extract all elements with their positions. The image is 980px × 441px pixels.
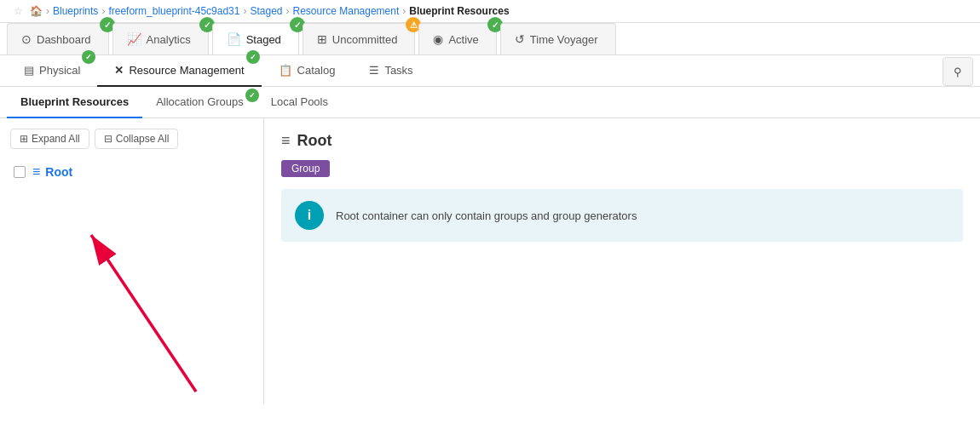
breadcrumb-sep: › [402,5,406,17]
expand-collapse-buttons: ⊞ Expand All ⊟ Collapse All [10,129,253,149]
dashboard-icon: ⊙ [21,32,32,46]
resource-check-badge: ✓ [246,50,260,64]
third-tabs-bar: Blueprint Resources ✓ Allocation Groups … [0,87,980,118]
catalog-icon: 📋 [279,64,292,77]
star-icon[interactable]: ☆ [14,5,23,17]
collapse-all-button[interactable]: ⊟ Collapse All [95,129,179,149]
breadcrumb-sep: › [243,5,246,17]
tab-local-pools-label: Local Pools [271,95,328,108]
tab-allocation-groups-label: Allocation Groups [156,95,244,108]
uncommitted-icon: ⊞ [317,32,327,46]
expand-all-button[interactable]: ⊞ Expand All [10,129,89,149]
info-icon: i [308,208,311,223]
breadcrumb-staged[interactable]: Staged [250,5,282,17]
root-panel-icon: ≡ [281,132,291,150]
analytics-icon: 📈 [127,32,141,46]
root-title: ≡ Root [281,132,963,150]
main-content: ⊞ Expand All ⊟ Collapse All ≡ Root ≡ [0,118,980,404]
root-checkbox[interactable] [14,166,26,178]
breadcrumb-sep: › [46,5,49,17]
tab-physical-label: Physical [39,64,80,77]
breadcrumb-sep: › [286,5,290,17]
tab-analytics[interactable]: ✓ 📈 Analytics [112,23,209,54]
breadcrumb-sep: › [101,5,105,17]
tab-resource-management[interactable]: ✓ ✕ Resource Management [97,55,261,87]
tasks-icon: ☰ [369,64,379,77]
breadcrumb-current: Blueprint Resources [409,5,509,17]
info-message: Root container can only contain groups a… [336,209,637,222]
info-box: i Root container can only contain groups… [281,189,963,242]
tab-dashboard-label: Dashboard [37,33,91,46]
active-icon: ◉ [433,32,443,46]
tab-blueprint-resources[interactable]: Blueprint Resources [7,87,142,118]
right-panel: ≡ Root Group i Root container can only c… [264,118,980,404]
expand-icon: ⊞ [20,133,28,145]
physical-icon: ▤ [24,64,34,77]
tree-root-row[interactable]: ≡ Root [10,159,253,185]
tab-active[interactable]: ✓ ◉ Active [418,23,496,54]
breadcrumb-blueprint-id[interactable]: freeform_blueprint-45c9ad31 [108,5,239,17]
root-tree-icon: ≡ [32,164,40,180]
tab-allocation-groups[interactable]: ✓ Allocation Groups [142,87,257,118]
tab-catalog-label: Catalog [297,64,336,77]
time-voyager-icon: ↺ [515,32,525,46]
tab-physical[interactable]: ✓ ▤ Physical [7,55,97,87]
info-icon-circle: i [295,201,324,230]
tab-dashboard[interactable]: ✓ ⊙ Dashboard [7,23,109,54]
tab-time-voyager[interactable]: ↺ Time Voyager [500,23,616,54]
top-tabs-bar: ✓ ⊙ Dashboard ✓ 📈 Analytics ✓ 📄 Staged ⚠… [0,23,980,55]
resource-mgmt-icon: ✕ [114,64,124,77]
physical-check-badge: ✓ [82,50,95,64]
tab-staged[interactable]: ✓ 📄 Staged [212,23,299,54]
tab-tasks[interactable]: ☰ Tasks [352,55,429,87]
tab-analytics-label: Analytics [147,33,191,46]
tab-uncommitted[interactable]: ⚠ ⊞ Uncommitted [303,23,416,54]
tab-local-pools[interactable]: Local Pools [257,87,342,118]
tab-blueprint-resources-label: Blueprint Resources [20,95,129,108]
filter-icon: ⚲ [954,66,962,78]
breadcrumb-resource-management[interactable]: Resource Management [293,5,400,17]
home-icon[interactable]: 🏠 [30,5,43,17]
collapse-icon: ⊟ [104,133,112,145]
staged-icon: 📄 [227,32,241,46]
tab-active-label: Active [448,33,478,46]
filter-button[interactable]: ⚲ [943,57,973,86]
group-badge[interactable]: Group [281,160,330,177]
second-tabs-bar: ✓ ▤ Physical ✓ ✕ Resource Management 📋 C… [0,55,980,87]
tab-catalog[interactable]: 📋 Catalog [262,55,353,87]
tab-staged-label: Staged [246,33,281,46]
tab-resource-mgmt-label: Resource Management [129,64,244,77]
tab-time-voyager-label: Time Voyager [530,33,598,46]
breadcrumb-blueprints[interactable]: Blueprints [53,5,98,17]
left-panel: ⊞ Expand All ⊟ Collapse All ≡ Root [0,118,264,404]
tab-uncommitted-label: Uncommitted [332,33,398,46]
tab-tasks-label: Tasks [384,64,412,77]
root-tree-label: ≡ Root [32,164,72,180]
